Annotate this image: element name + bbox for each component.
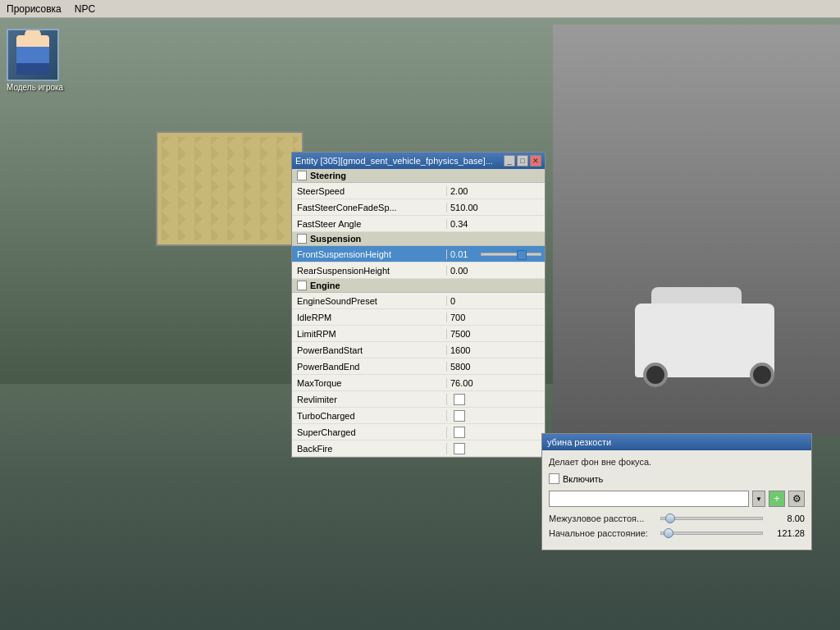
dof-dropdown[interactable] (549, 491, 749, 507)
prop-powerbandstart[interactable]: PowerBandStart 1600 (292, 342, 545, 358)
dof-slider-1-track[interactable] (660, 517, 763, 520)
dof-titlebar: убина резкости (542, 434, 811, 450)
dof-content: Делает фон вне фокуса. Включить ▼ + ⚙ Ме… (542, 450, 811, 550)
turbocharged-checkbox[interactable] (454, 410, 465, 422)
prop-supercharged-value (446, 427, 545, 438)
steering-section-header: Steering (292, 169, 545, 183)
engine-label: Engine (310, 281, 340, 290)
dof-dropdown-row: ▼ + ⚙ (549, 491, 805, 507)
prop-fastseerangle-value: 0.34 (446, 219, 545, 229)
prop-maxtorque[interactable]: MaxTorque 76.00 (292, 375, 545, 391)
prop-maxtorque-name: MaxTorque (292, 378, 446, 388)
prop-enginesound-value: 0 (446, 296, 545, 306)
menu-npc[interactable]: NPC (75, 3, 95, 15)
dof-description: Делает фон вне фокуса. (549, 457, 805, 467)
prop-powerbandend[interactable]: PowerBandEnd 5800 (292, 358, 545, 375)
entity-title: Entity [305][gmod_sent_vehicle_fphysics_… (295, 156, 502, 166)
engine-checkbox[interactable] (297, 281, 307, 290)
car-wheel-left (643, 363, 668, 387)
dof-enable-checkbox[interactable] (549, 473, 559, 484)
prop-backfire[interactable]: BackFire (292, 441, 545, 457)
prop-steerspeed-name: SteerSpeed (292, 186, 446, 196)
prop-idlerpm-name: IdleRPM (292, 313, 446, 322)
entity-content[interactable]: Steering SteerSpeed 2.00 FastSteerConeFa… (292, 169, 545, 457)
prop-supercharged[interactable]: SuperCharged (292, 424, 545, 441)
prop-idlerpm-value: 700 (446, 313, 545, 322)
entity-window: Entity [305][gmod_sent_vehicle_fphysics_… (291, 152, 546, 458)
suspension-section-header: Suspension (292, 232, 545, 246)
supercharged-checkbox[interactable] (454, 427, 465, 438)
prop-powerbandstart-value: 1600 (446, 345, 545, 355)
steering-checkbox[interactable] (297, 171, 307, 180)
dof-panel: убина резкости Делает фон вне фокуса. Вк… (541, 433, 812, 550)
prop-fastseerangle-name: FastSteer Angle (292, 219, 446, 229)
dof-slider-2-label: Начальное расстояние: (549, 528, 655, 538)
prop-powerbandend-name: PowerBandEnd (292, 362, 446, 372)
player-model-label: Модель игрока (7, 83, 63, 92)
dof-slider-2-value: 121.28 (768, 528, 805, 538)
dof-enable-row: Включить (549, 473, 805, 484)
dof-add-button[interactable]: + (769, 491, 785, 507)
prop-limitrpm[interactable]: LimitRPM 7500 (292, 326, 545, 342)
prop-turbocharged-value (446, 410, 545, 422)
prop-frontsuspension-value: 0.01 (450, 249, 479, 259)
car-model (627, 230, 791, 394)
prop-turbocharged-name: TurboCharged (292, 411, 446, 421)
revlimiter-checkbox[interactable] (454, 394, 465, 405)
frontsuspension-track[interactable] (481, 253, 541, 256)
maximize-button[interactable]: □ (517, 155, 528, 167)
prop-fastssteercone-name: FastSteerConeFadeSp... (292, 203, 446, 212)
prop-powerbandstart-name: PowerBandStart (292, 345, 446, 355)
dof-enable-label: Включить (563, 474, 603, 484)
prop-fastseerangle[interactable]: FastSteer Angle 0.34 (292, 216, 545, 232)
prop-rearsuspension[interactable]: RearSuspensionHeight 0.00 (292, 262, 545, 279)
prop-frontsuspension-name: FrontSuspensionHeight (292, 249, 446, 259)
prop-fastssteercone-value: 510.00 (446, 203, 545, 212)
menu-bar: Прорисовка NPC (0, 0, 840, 18)
player-icon-inner (16, 35, 49, 75)
engine-section-header: Engine (292, 279, 545, 293)
prop-steerspeed[interactable]: SteerSpeed 2.00 (292, 183, 545, 199)
suspension-label: Suspension (310, 234, 361, 244)
dof-dropdown-arrow[interactable]: ▼ (752, 491, 765, 507)
prop-revlimiter[interactable]: Revlimiter (292, 391, 545, 408)
dof-slider-row-1: Межузловое расстоя... 8.00 (549, 514, 805, 523)
frontsuspension-thumb[interactable] (517, 250, 527, 260)
prop-powerbandend-value: 5800 (446, 362, 545, 372)
prop-frontsuspension[interactable]: FrontSuspensionHeight 0.01 (292, 246, 545, 262)
prop-backfire-name: BackFire (292, 444, 446, 454)
dof-slider-2-thumb[interactable] (664, 528, 673, 538)
car-wheel-right (750, 363, 774, 387)
prop-rearsuspension-name: RearSuspensionHeight (292, 266, 446, 276)
suspension-checkbox[interactable] (297, 234, 307, 244)
dof-title: убина резкости (547, 437, 611, 447)
entity-titlebar: Entity [305][gmod_sent_vehicle_fphysics_… (292, 153, 545, 169)
prop-idlerpm[interactable]: IdleRPM 700 (292, 309, 545, 326)
prop-supercharged-name: SuperCharged (292, 427, 446, 437)
prop-maxtorque-value: 76.00 (446, 378, 545, 388)
dof-slider-1-thumb[interactable] (665, 514, 675, 523)
steering-label: Steering (310, 171, 346, 180)
prop-enginesound[interactable]: EngineSoundPreset 0 (292, 293, 545, 309)
player-icon-box[interactable] (7, 29, 59, 81)
wall-map (156, 131, 304, 246)
prop-enginesound-name: EngineSoundPreset (292, 296, 446, 306)
dof-slider-row-2: Начальное расстояние: 121.28 (549, 528, 805, 538)
prop-rearsuspension-value: 0.00 (446, 266, 545, 276)
prop-revlimiter-value (446, 394, 545, 405)
backfire-checkbox[interactable] (454, 443, 465, 454)
prop-fastssteercone[interactable]: FastSteerConeFadeSp... 510.00 (292, 199, 545, 216)
prop-turbocharged[interactable]: TurboCharged (292, 408, 545, 424)
prop-backfire-value (446, 443, 545, 454)
minimize-button[interactable]: _ (504, 155, 515, 167)
menu-prorisovka[interactable]: Прорисовка (7, 3, 62, 15)
dof-slider-1-value: 8.00 (768, 514, 805, 523)
prop-limitrpm-value: 7500 (446, 329, 545, 339)
dof-slider-2-track[interactable] (660, 532, 763, 535)
prop-revlimiter-name: Revlimiter (292, 395, 446, 404)
close-button[interactable]: ✕ (530, 155, 541, 167)
dof-slider-1-label: Межузловое расстоя... (549, 514, 655, 523)
dof-settings-button[interactable]: ⚙ (788, 491, 805, 507)
prop-frontsuspension-slider[interactable]: 0.01 (446, 249, 545, 259)
prop-steerspeed-value: 2.00 (446, 186, 545, 196)
